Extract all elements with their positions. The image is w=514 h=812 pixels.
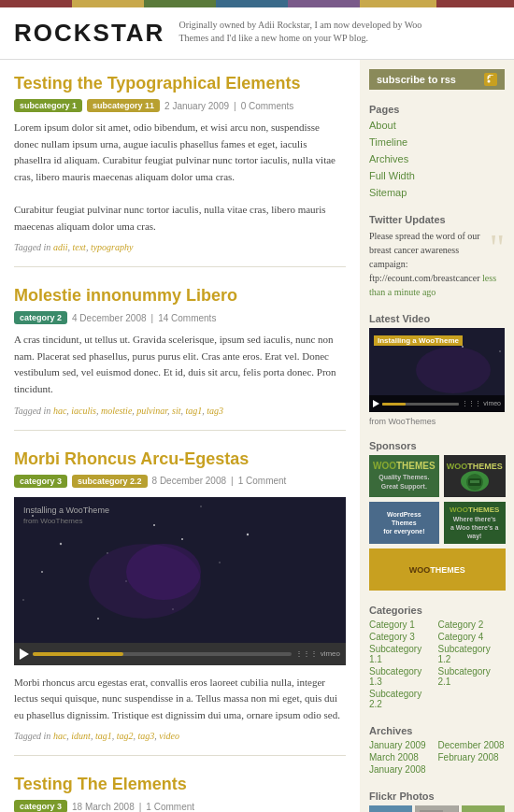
sidebar-video-controls[interactable]: ⋮⋮⋮ vimeo (369, 395, 505, 412)
widget-twitter: Twitter Updates " Please spread the word… (369, 214, 505, 299)
twitter-text: Please spread the word of our breast can… (369, 229, 505, 299)
categories-grid: Category 1 Category 3 Subcategory 1.1 Su… (369, 620, 505, 711)
widget-video: Latest Video Installing a WooTheme (369, 313, 505, 426)
arch-mar08[interactable]: March 2008 (369, 752, 436, 762)
categories-col1: Category 1 Category 3 Subcategory 1.1 Su… (369, 620, 436, 711)
cat-sub21[interactable]: Subcategory 2.1 (438, 666, 506, 687)
categories-col2: Category 2 Category 4 Subcategory 1.2 Su… (438, 620, 506, 711)
cat-sub11[interactable]: Subcategory 1.1 (369, 644, 436, 664)
widget-flickr: Flickr Photos (369, 791, 505, 812)
video-progress-fill (33, 652, 123, 656)
content-area: Testing the Typographical Elements subca… (0, 60, 360, 812)
svg-point-10 (247, 533, 249, 534)
header: ROCKSTAR Originally owned by Adii Rockst… (0, 7, 514, 60)
post-1-tag-2[interactable]: subcategory 11 (87, 99, 160, 112)
post-1-title[interactable]: Testing the Typographical Elements (14, 74, 346, 93)
post-1-tag-1[interactable]: subcategory 1 (14, 99, 82, 112)
twitter-link[interactable]: less than a minute ago (369, 273, 496, 297)
svg-point-11 (22, 599, 24, 601)
post-3-video[interactable]: Installing a WooTheme from WooThemes (14, 497, 346, 665)
svg-point-32 (416, 347, 491, 393)
post-2-comments: 14 Comments (158, 313, 216, 323)
post-4-meta: category 3 18 March 2008 | 1 Comment (14, 800, 346, 812)
cat-sub13[interactable]: Subcategory 1.3 (369, 666, 436, 687)
widget-categories: Categories Category 1 Category 3 Subcate… (369, 605, 505, 711)
cat-2[interactable]: Category 2 (438, 620, 506, 630)
post-2-tag-1[interactable]: category 2 (14, 311, 67, 324)
twitter-title: Twitter Updates (369, 214, 505, 225)
arch-jan09[interactable]: January 2009 (369, 740, 436, 750)
sponsor-5[interactable]: WOOTHEMES (369, 548, 506, 591)
flickr-2[interactable] (415, 805, 458, 812)
post-3-footer: Tagged in hac, idunt, tag1, tag2, tag3, … (14, 731, 346, 741)
sidebar-video-label: Installing a WooTheme (374, 333, 463, 347)
post-1-date: 2 January 2009 (164, 101, 229, 111)
video-stars (14, 497, 346, 665)
sidebar-video-progress[interactable] (382, 403, 459, 406)
sponsor-2[interactable]: WOOTHEMES (444, 455, 506, 497)
pages-title: Pages (369, 104, 505, 115)
sidebar-video[interactable]: Installing a WooTheme ⋮⋮⋮ vimeo (369, 328, 505, 412)
post-2-excerpt: A cras tincidunt, ut tellus ut. Gravida … (14, 332, 346, 397)
sponsor-4[interactable]: WOOTHEMES Where there'sa Woo there's a w… (444, 502, 506, 544)
sponsors-title: Sponsors (369, 440, 505, 451)
post-3-excerpt: Morbi rhoncus arcu egestas erat, convall… (14, 675, 346, 724)
widget-subscribe: subscribe to rss (369, 69, 505, 90)
archives-col1: January 2009 March 2008 January 2008 (369, 740, 436, 776)
post-2-title[interactable]: Molestie innonummy Libero (14, 286, 346, 306)
cat-sub22[interactable]: Subcategory 2.2 (369, 689, 436, 709)
post-2-footer: Tagged in hac, iaculis, molestie, pulvin… (14, 406, 346, 416)
cat-1[interactable]: Category 1 (369, 620, 436, 630)
subscribe-title: subscribe to rss (369, 69, 505, 90)
cat-sub12[interactable]: Subcategory 1.2 (438, 644, 506, 664)
sidebar-video-from: from WooThemes (369, 417, 505, 426)
post-3-tag-1[interactable]: category 3 (14, 475, 67, 488)
svg-point-8 (41, 571, 43, 573)
svg-point-7 (219, 562, 221, 563)
widget-pages: Pages About Timeline Archives Full Width… (369, 104, 505, 200)
post-4-date: 18 March 2008 (72, 802, 135, 812)
sponsor-1[interactable]: WOOTHEMES Quality Themes.Great Support. (369, 455, 439, 497)
rss-icon[interactable] (484, 73, 497, 86)
svg-point-1 (88, 510, 90, 512)
video-progress[interactable] (33, 652, 292, 656)
svg-rect-35 (470, 480, 479, 483)
arch-dec08[interactable]: December 2008 (438, 740, 506, 750)
post-4-title[interactable]: Testing The Elements (14, 775, 346, 794)
post-3-tag-2[interactable]: subcategory 2.2 (72, 475, 148, 488)
video-controls[interactable]: ⋮⋮⋮ vimeo (14, 643, 346, 665)
post-2-meta: category 2 4 December 2008 | 14 Comments (14, 311, 346, 324)
arch-jan08[interactable]: January 2008 (369, 764, 436, 775)
archives-grid: January 2009 March 2008 January 2008 Dec… (369, 740, 505, 776)
sidebar-vimeo: ⋮⋮⋮ vimeo (462, 400, 501, 407)
sponsors-grid: WOOTHEMES Quality Themes.Great Support. … (369, 455, 505, 591)
sidebar-video-play[interactable] (373, 400, 379, 407)
flickr-1[interactable] (369, 805, 412, 812)
woo-badge: Installing a WooTheme (374, 335, 463, 346)
post-1: Testing the Typographical Elements subca… (14, 74, 346, 267)
sidebar-video-progress-fill (382, 403, 406, 406)
svg-point-6 (181, 538, 183, 540)
video-play-button[interactable] (20, 648, 29, 660)
post-1-excerpt: Lorem ipsum dolor sit amet, odio bibendu… (14, 120, 346, 235)
flickr-3[interactable] (462, 805, 505, 812)
page-about: About (369, 119, 505, 133)
categories-title: Categories (369, 605, 505, 616)
svg-rect-36 (369, 805, 412, 812)
post-4-tag-1[interactable]: category 3 (14, 800, 67, 812)
video-title: Latest Video (369, 313, 505, 324)
flickr-title: Flickr Photos (369, 791, 505, 802)
svg-point-0 (32, 515, 34, 517)
arch-feb08[interactable]: February 2008 (438, 752, 506, 762)
cat-4[interactable]: Category 4 (438, 632, 506, 642)
svg-point-2 (153, 524, 155, 526)
twitter-quote-mark: " (490, 229, 505, 266)
site-logo: ROCKSTAR (14, 19, 164, 48)
sponsor-3[interactable]: WordPressThemesfor everyone! (369, 502, 439, 544)
post-4-comments: 1 Comment (146, 802, 194, 812)
page-sitemap: Sitemap (369, 186, 505, 200)
svg-point-31 (499, 350, 501, 352)
page-archives: Archives (369, 152, 505, 166)
post-3-title[interactable]: Morbi Rhoncus Arcu-Egestas (14, 449, 346, 469)
cat-3[interactable]: Category 3 (369, 632, 436, 642)
